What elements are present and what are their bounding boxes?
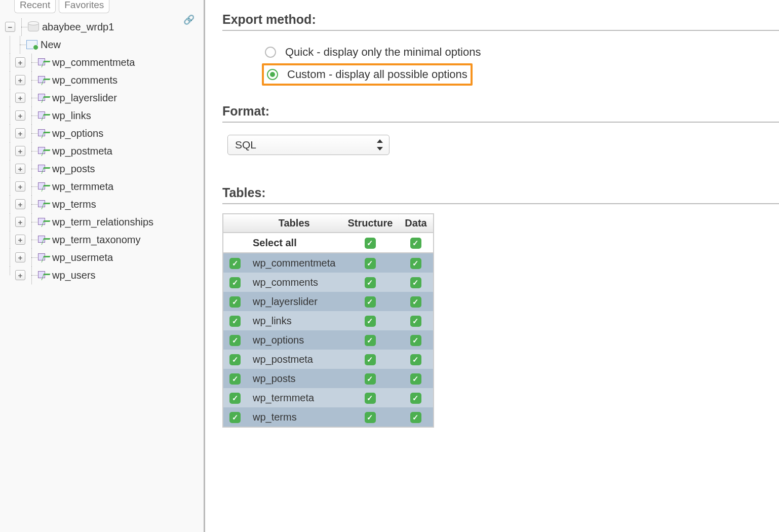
tab-favorites[interactable]: Favorites [59,0,109,13]
tree-table-label: wp_links [52,110,91,122]
table-row: ✓wp_posts✓✓ [223,369,434,388]
table-row: ✓wp_postmeta✓✓ [223,350,434,369]
table-row: ✓wp_options✓✓ [223,330,434,350]
tree-table-row[interactable]: +wp_users [5,267,202,284]
table-icon [38,181,49,192]
tree-new-label: New [41,39,61,51]
row-data-checkbox[interactable]: ✓ [410,296,421,308]
tree-table-label: wp_terms [52,199,96,210]
row-structure-checkbox[interactable]: ✓ [365,373,376,385]
tree-table-row[interactable]: +wp_term_relationships [5,213,202,231]
tree-table-row[interactable]: +wp_comments [5,71,202,89]
row-structure-checkbox[interactable]: ✓ [365,296,376,308]
format-select[interactable]: SQL [227,135,390,155]
radio-quick-row[interactable]: Quick - display only the minimal options [262,43,484,61]
row-data-checkbox[interactable]: ✓ [410,412,421,423]
tree-table-row[interactable]: +wp_layerslider [5,89,202,107]
table-icon [38,93,49,103]
database-name: abaybee_wrdp1 [42,21,114,33]
tree-table-label: wp_layerslider [52,92,117,104]
select-all-structure-checkbox[interactable]: ✓ [365,238,376,249]
tab-recent[interactable]: Recent [14,0,56,13]
row-data-checkbox[interactable]: ✓ [410,393,421,404]
table-icon [38,146,49,156]
expand-icon[interactable]: + [15,146,25,156]
row-data-checkbox[interactable]: ✓ [410,316,421,327]
col-structure: Structure [341,214,399,233]
table-row: ✓wp_commentmeta✓✓ [223,253,434,273]
expand-icon[interactable]: + [15,235,25,245]
radio-quick[interactable] [265,47,276,58]
row-table-name: wp_terms [247,407,341,427]
row-table-name: wp_posts [247,369,341,388]
row-data-checkbox[interactable]: ✓ [410,354,421,365]
expand-icon[interactable]: + [15,181,25,192]
sidebar: Recent Favorites 🔗 − abaybee_wrdp1 New +… [0,0,205,532]
new-table-icon [26,40,37,49]
collapse-icon[interactable]: − [5,22,15,32]
table-icon [38,57,49,67]
expand-icon[interactable]: + [15,57,25,67]
expand-icon[interactable]: + [15,128,25,138]
tree-table-label: wp_term_relationships [52,216,153,228]
row-select-checkbox[interactable]: ✓ [229,393,241,404]
expand-icon[interactable]: + [15,93,25,103]
radio-custom[interactable] [267,69,278,80]
row-data-checkbox[interactable]: ✓ [410,258,421,269]
tables-table: Tables Structure Data Select all ✓ ✓ ✓wp… [222,213,434,428]
table-row: ✓wp_links✓✓ [223,311,434,330]
row-select-checkbox[interactable]: ✓ [229,335,241,346]
tree-table-label: wp_posts [52,163,95,175]
expand-icon[interactable]: + [15,217,25,227]
row-select-checkbox[interactable]: ✓ [229,277,241,288]
row-structure-checkbox[interactable]: ✓ [365,277,376,288]
radio-custom-label: Custom - display all possible options [287,68,468,81]
expand-icon[interactable]: + [15,110,25,121]
radio-custom-row[interactable]: Custom - display all possible options [262,63,473,86]
tree-table-row[interactable]: +wp_terms [5,196,202,213]
row-table-name: wp_commentmeta [247,253,341,273]
row-structure-checkbox[interactable]: ✓ [365,393,376,404]
radio-quick-label: Quick - display only the minimal options [285,46,481,59]
table-row: ✓wp_termmeta✓✓ [223,388,434,407]
row-data-checkbox[interactable]: ✓ [410,373,421,385]
row-select-checkbox[interactable]: ✓ [229,258,241,269]
row-structure-checkbox[interactable]: ✓ [365,335,376,346]
tree-table-row[interactable]: +wp_posts [5,160,202,178]
row-select-checkbox[interactable]: ✓ [229,316,241,327]
tree-new-row[interactable]: New [5,36,202,54]
row-select-checkbox[interactable]: ✓ [229,373,241,385]
tree-table-row[interactable]: +wp_postmeta [5,142,202,160]
expand-icon[interactable]: + [15,270,25,280]
table-icon [38,235,49,245]
expand-icon[interactable]: + [15,164,25,174]
tree-db-row[interactable]: − abaybee_wrdp1 [5,18,202,36]
database-icon [28,22,39,31]
row-data-checkbox[interactable]: ✓ [410,335,421,346]
row-structure-checkbox[interactable]: ✓ [365,316,376,327]
link-icon[interactable]: 🔗 [183,14,194,25]
tree-table-row[interactable]: +wp_options [5,125,202,142]
tree-table-label: wp_usermeta [52,252,113,263]
select-all-data-checkbox[interactable]: ✓ [410,238,421,249]
select-all-row: Select all ✓ ✓ [223,233,434,253]
row-select-checkbox[interactable]: ✓ [229,354,241,365]
expand-icon[interactable]: + [15,199,25,209]
tree-table-row[interactable]: +wp_links [5,107,202,125]
row-structure-checkbox[interactable]: ✓ [365,258,376,269]
row-select-checkbox[interactable]: ✓ [229,296,241,308]
table-icon [38,164,49,174]
tree-table-row[interactable]: +wp_commentmeta [5,54,202,71]
format-heading: Format: [222,104,779,123]
row-structure-checkbox[interactable]: ✓ [365,354,376,365]
tree-table-row[interactable]: +wp_term_taxonomy [5,231,202,249]
row-structure-checkbox[interactable]: ✓ [365,412,376,423]
row-table-name: wp_links [247,311,341,330]
select-all-label[interactable]: Select all [247,233,341,253]
tree-table-row[interactable]: +wp_usermeta [5,249,202,267]
expand-icon[interactable]: + [15,252,25,262]
row-data-checkbox[interactable]: ✓ [410,277,421,288]
tree-table-row[interactable]: +wp_termmeta [5,178,202,196]
row-select-checkbox[interactable]: ✓ [229,412,241,423]
expand-icon[interactable]: + [15,75,25,85]
